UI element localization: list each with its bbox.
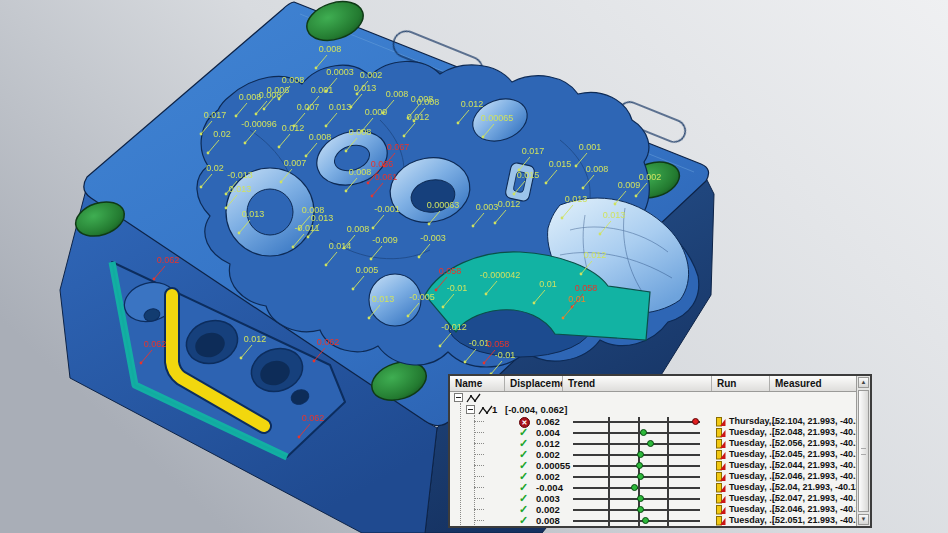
measured-value: [52.04, 21.993, -40.133]	[772, 482, 857, 493]
run-timestamp: Tuesday, ...	[729, 515, 777, 526]
tree-branch	[474, 520, 484, 521]
deviation-label: -0.013	[227, 170, 253, 180]
column-header-name[interactable]: Name	[450, 376, 505, 391]
tree-branch	[474, 487, 484, 488]
deviation-label: 0.00063	[427, 200, 460, 210]
displacement-value: 0.012	[536, 438, 560, 449]
deviation-label: 0.013	[603, 210, 626, 220]
measured-value: [52.046, 21.993, -40.1...	[772, 504, 857, 515]
measurement-row[interactable]: ✓0.003Tuesday, ...[52.047, 21.993, -40.1…	[450, 493, 857, 504]
tree-branch	[474, 443, 484, 444]
trend-axis-line	[573, 520, 700, 522]
trend-point	[636, 462, 643, 469]
deviation-label: 0.00065	[481, 113, 514, 123]
deviation-label: 0.062	[317, 337, 340, 347]
measurement-row[interactable]: ✓0.002Tuesday, ...[52.046, 21.993, -40.1…	[450, 471, 857, 482]
column-header-measured[interactable]: Measured	[770, 376, 857, 391]
column-header-trend[interactable]: Trend	[563, 376, 712, 391]
deviation-label: 0.008	[349, 127, 372, 137]
deviation-label: 0.01	[539, 279, 557, 289]
column-header-run[interactable]: Run	[712, 376, 770, 391]
run-timestamp: Tuesday, ...	[729, 493, 777, 504]
deviation-label: 0.015	[549, 159, 572, 169]
run-timestamp: Tuesday, ...	[729, 460, 777, 471]
measurement-row[interactable]: ✓0.002Tuesday, ...[52.045, 21.993, -40.1…	[450, 449, 857, 460]
deviation-label: 0.002	[639, 172, 662, 182]
deviation-label: 0.001	[579, 142, 602, 152]
scrollbar-thumb[interactable]	[858, 390, 869, 512]
deviation-label: 0.017	[522, 146, 545, 156]
collapse-icon[interactable]	[454, 393, 463, 402]
measured-value: [52.056, 21.993, -40.1...	[772, 438, 857, 449]
scroll-down-button[interactable]: ▼	[858, 514, 869, 525]
deviation-label: 0.013	[354, 83, 377, 93]
deviation-label: 0.067	[387, 142, 410, 152]
displacement-value: 0.002	[536, 449, 560, 460]
tree-branch	[474, 421, 484, 422]
trend-point	[637, 495, 644, 502]
deviation-label: 0.007	[284, 158, 307, 168]
measured-value: [52.045, 21.993, -40.1...	[772, 449, 857, 460]
collapse-icon[interactable]	[466, 405, 475, 414]
deviation-label: 0.062	[157, 255, 180, 265]
measurement-row[interactable]: ✓-0.004Tuesday, ...[52.04, 21.993, -40.1…	[450, 482, 857, 493]
status-ok-icon: ✓	[519, 515, 530, 526]
run-icon	[716, 482, 726, 493]
column-header-displacement[interactable]: Displacement	[505, 376, 563, 391]
run-icon	[716, 438, 726, 449]
trend-point	[647, 440, 654, 447]
deviation-label: -0.003	[420, 233, 446, 243]
deviation-label: 0.02	[206, 163, 224, 173]
deviation-label: -0.00096	[241, 119, 277, 129]
measurement-row[interactable]: ✓0.004Tuesday, ...[52.048, 21.993, -40.1…	[450, 427, 857, 438]
deviation-label: 0.001	[311, 85, 334, 95]
run-icon	[716, 416, 726, 427]
displacement-value: 0.004	[536, 427, 560, 438]
deviation-label: -0.01	[495, 350, 516, 360]
deviation-label: 0.012	[244, 334, 267, 344]
measurement-row[interactable]: ✕0.062Thursday,...[52.104, 21.993, -40.1…	[450, 416, 857, 427]
deviation-label: 0.013	[311, 213, 334, 223]
deviation-label: 0.02	[213, 129, 231, 139]
tree-group-row[interactable]: 1 [-0.004, 0.062]	[450, 404, 857, 416]
deviation-label: 0.013	[565, 194, 588, 204]
measured-value: [52.051, 21.993, -40.13]	[772, 515, 857, 526]
measurement-results-panel: Name Displacement Trend Run Measured 1	[448, 374, 872, 528]
run-icon	[716, 493, 726, 504]
measured-value: [52.044, 21.993, -40.1...	[772, 460, 857, 471]
deviation-label: 0.012	[282, 123, 305, 133]
deviation-label: 0.002	[360, 70, 383, 80]
deviation-label: 0.061	[375, 172, 398, 182]
run-timestamp: Tuesday, ...	[729, 504, 777, 515]
measurement-row[interactable]: ✓0.012Tuesday, ...[52.056, 21.993, -40.1…	[450, 438, 857, 449]
deviation-label: 0.013	[242, 209, 265, 219]
results-table-header: Name Displacement Trend Run Measured	[450, 376, 857, 392]
deviation-label: 0.017	[204, 110, 227, 120]
scroll-up-button[interactable]: ▲	[858, 377, 869, 388]
measured-value: [52.048, 21.993, -40.1...	[772, 427, 857, 438]
measurement-row[interactable]: ✓0.008Tuesday, ...[52.051, 21.993, -40.1…	[450, 515, 857, 526]
deviation-label: 0.058	[575, 283, 598, 293]
displacement-value: 0.002	[536, 471, 560, 482]
results-table-body: 1 [-0.004, 0.062] ✕0.062Thursday,...[52.…	[450, 392, 857, 526]
deviation-label: -0.01	[447, 283, 468, 293]
deviation-label: 0.062	[144, 339, 167, 349]
displacement-value: 0.003	[536, 493, 560, 504]
deviation-label: 0.007	[297, 102, 320, 112]
vertical-scrollbar[interactable]: ▲ ▼	[856, 376, 870, 526]
deviation-label: 0.009	[365, 107, 388, 117]
tree-root-row[interactable]	[450, 392, 857, 404]
trend-axis-line	[573, 421, 700, 423]
deviation-label: 0.008	[259, 90, 282, 100]
trend-point	[640, 429, 647, 436]
displacement-value: 0.062	[536, 416, 560, 427]
group-range: [-0.004, 0.062]	[505, 404, 567, 416]
deviation-label: 0.013	[372, 294, 395, 304]
measured-value: [52.047, 21.993, -40.1...	[772, 493, 857, 504]
run-timestamp: Tuesday, ...	[729, 427, 777, 438]
measurement-row[interactable]: ✓0.00055Tuesday, ...[52.044, 21.993, -40…	[450, 460, 857, 471]
tree-branch	[474, 465, 484, 466]
measurement-row[interactable]: ✓0.002Tuesday, ...[52.046, 21.993, -40.1…	[450, 504, 857, 515]
cmm-inspection-app: 0.0080.00030.0020.0080.0060.0010.0130.00…	[0, 0, 948, 533]
run-timestamp: Tuesday, ...	[729, 449, 777, 460]
